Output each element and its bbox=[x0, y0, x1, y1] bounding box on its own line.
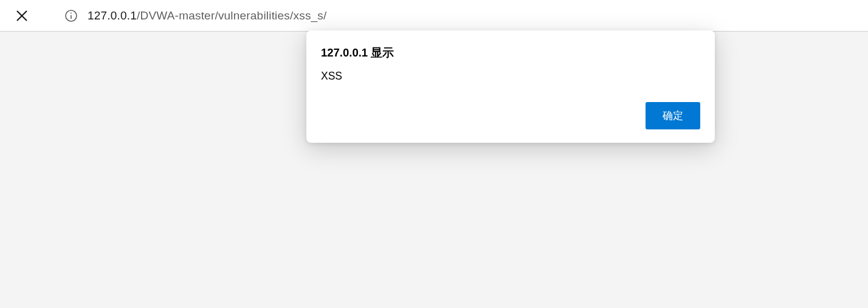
javascript-alert-dialog: 127.0.0.1 显示 XSS 确定 bbox=[306, 30, 715, 143]
address-bar: 127.0.0.1/DVWA-master/vulnerabilities/xs… bbox=[0, 0, 868, 32]
url-host: 127.0.0.1 bbox=[88, 9, 137, 22]
url-path: /DVWA-master/vulnerabilities/xss_s/ bbox=[137, 9, 326, 22]
dialog-message: XSS bbox=[321, 70, 700, 83]
close-icon[interactable] bbox=[10, 4, 34, 28]
dialog-actions: 确定 bbox=[321, 102, 700, 129]
url-display[interactable]: 127.0.0.1/DVWA-master/vulnerabilities/xs… bbox=[88, 9, 327, 22]
dialog-title: 127.0.0.1 显示 bbox=[321, 45, 700, 60]
ok-button[interactable]: 确定 bbox=[646, 102, 700, 129]
svg-point-3 bbox=[71, 12, 72, 13]
site-info-icon[interactable] bbox=[64, 9, 78, 22]
